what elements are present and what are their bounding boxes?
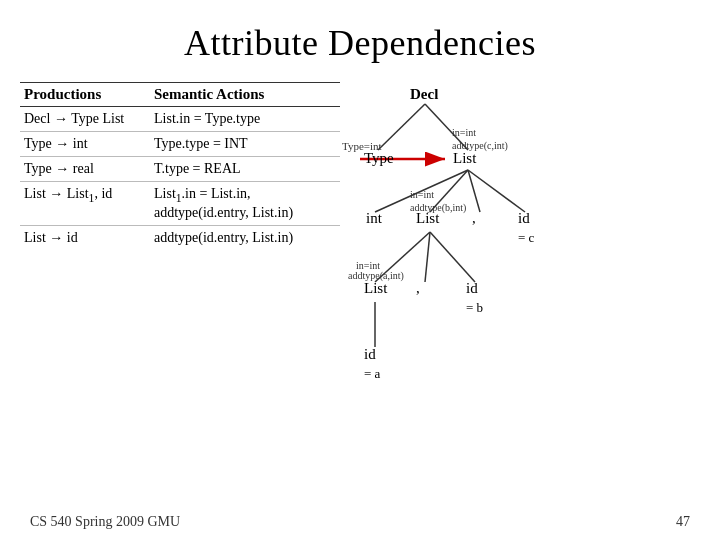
annotation-b: in=intaddtype(b,int): [410, 188, 466, 214]
production-cell: List → List1, id: [20, 182, 150, 226]
productions-table: Productions Semantic Actions Decl → Type…: [20, 82, 340, 250]
type-equals-int-label: Type=int: [342, 140, 382, 152]
tree-node-list3: List: [364, 280, 387, 297]
action-cell: Type.type = INT: [150, 132, 340, 157]
production-cell: Type → real: [20, 157, 150, 182]
tree-node-list-top: List: [453, 150, 476, 167]
tree-node-comma: ,: [472, 210, 476, 227]
tree-node-type: Type: [364, 150, 394, 167]
tree-node-id3: id: [364, 346, 376, 363]
tree-node-decl: Decl: [410, 86, 438, 103]
annotation-c: in=intaddtype(c,int): [452, 126, 508, 152]
footer-right: 47: [676, 514, 690, 530]
production-cell: Decl → Type List: [20, 107, 150, 132]
svg-line-5: [468, 170, 525, 212]
tree-node-id-top: id: [518, 210, 530, 227]
svg-line-4: [468, 170, 480, 212]
svg-line-8: [430, 232, 475, 282]
table-row: Decl → Type List List.in = Type.type: [20, 107, 340, 132]
action-cell: List.in = Type.type: [150, 107, 340, 132]
tree-diagram: Decl Type List Type=int in=intaddtype(c,…: [350, 82, 700, 462]
right-panel: Decl Type List Type=int in=intaddtype(c,…: [350, 82, 700, 462]
tree-node-eq-b: = b: [466, 300, 483, 316]
footer: CS 540 Spring 2009 GMU 47: [0, 514, 720, 530]
table-row: List → id addtype(id.entry, List.in): [20, 225, 340, 250]
table-row: List → List1, id List1.in = List.in,addt…: [20, 182, 340, 226]
action-cell: T.type = REAL: [150, 157, 340, 182]
tree-node-int: int: [366, 210, 382, 227]
svg-line-0: [378, 104, 425, 150]
tree-node-eq-a: = a: [364, 366, 380, 382]
table-row: Type → real T.type = REAL: [20, 157, 340, 182]
svg-line-7: [425, 232, 430, 282]
col-header-actions: Semantic Actions: [150, 83, 340, 107]
action-cell: List1.in = List.in,addtype(id.entry, Lis…: [150, 182, 340, 226]
annotation-addtype-a: addtype(a,int): [348, 270, 404, 281]
tree-node-id2: id: [466, 280, 478, 297]
table-row: Type → int Type.type = INT: [20, 132, 340, 157]
tree-node-eq-c: = c: [518, 230, 534, 246]
tree-node-comma2: ,: [416, 280, 420, 297]
left-panel: Productions Semantic Actions Decl → Type…: [20, 82, 340, 462]
action-cell: addtype(id.entry, List.in): [150, 225, 340, 250]
footer-left: CS 540 Spring 2009 GMU: [30, 514, 180, 530]
page-title: Attribute Dependencies: [0, 0, 720, 82]
production-cell: Type → int: [20, 132, 150, 157]
production-cell: List → id: [20, 225, 150, 250]
col-header-productions: Productions: [20, 83, 150, 107]
